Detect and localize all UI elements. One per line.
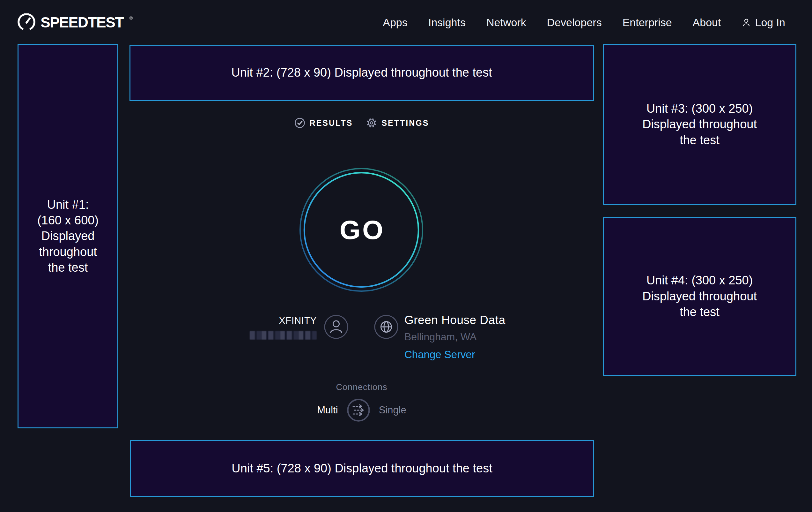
server-location: Bellingham, WA [404, 331, 505, 343]
logo-wordmark: SPEEDTEST [40, 14, 123, 31]
ad-unit-1-line: throughout [39, 244, 97, 260]
ad-unit-3-line: Displayed throughout [642, 116, 757, 132]
ad-unit-3[interactable]: Unit #3: (300 x 250) Displayed throughou… [603, 44, 796, 205]
ad-unit-4-line: Displayed throughout [642, 289, 757, 304]
change-server-link[interactable]: Change Server [404, 349, 505, 361]
ad-unit-3-line: the test [679, 132, 720, 148]
isp-block: XFINITY [247, 315, 317, 340]
ad-unit-4[interactable]: Unit #4: (300 x 250) Displayed throughou… [603, 217, 796, 376]
ad-unit-5-text: Unit #5: (728 x 90) Displayed throughout… [232, 461, 492, 476]
tab-settings-label: SETTINGS [381, 118, 429, 128]
nav-item-insights[interactable]: Insights [428, 16, 466, 29]
nav-item-developers[interactable]: Developers [547, 16, 602, 29]
connection-mode-toggle-icon[interactable] [346, 398, 371, 422]
login-label: Log In [755, 16, 785, 29]
ad-unit-4-line: Unit #4: (300 x 250) [646, 273, 753, 288]
connections-single-option[interactable]: Single [379, 404, 406, 416]
tab-results-label: RESULTS [310, 118, 353, 128]
gear-icon [366, 117, 377, 128]
check-circle-icon [294, 117, 305, 128]
isp-user-icon [324, 315, 349, 339]
nav-item-enterprise[interactable]: Enterprise [622, 16, 672, 29]
ad-unit-1-line: Unit #1: [47, 197, 89, 213]
trademark-symbol: ® [129, 15, 133, 21]
ad-unit-2[interactable]: Unit #2: (728 x 90) Displayed throughout… [129, 45, 594, 101]
tab-bar: RESULTS SETTINGS [129, 112, 594, 133]
speedtest-logo[interactable]: SPEEDTEST ® [18, 14, 133, 31]
ad-unit-5[interactable]: Unit #5: (728 x 90) Displayed throughout… [130, 440, 594, 497]
nav-item-apps[interactable]: Apps [383, 16, 408, 29]
isp-name: XFINITY [247, 315, 317, 326]
nav-item-about[interactable]: About [693, 16, 721, 29]
go-button[interactable]: GO [299, 168, 424, 292]
nav-item-network[interactable]: Network [486, 16, 526, 29]
speedometer-logo-icon [18, 14, 35, 31]
server-name: Green House Data [404, 313, 505, 327]
ad-unit-4-line: the test [679, 304, 720, 320]
connections-heading: Connections [129, 382, 594, 392]
ad-unit-1[interactable]: Unit #1: (160 x 600) Displayed throughou… [18, 44, 118, 428]
ad-unit-1-line: Displayed [41, 228, 95, 244]
connections-toggle-row: Multi Single [129, 398, 594, 422]
top-nav: SPEEDTEST ® Apps Insights Network Develo… [0, 0, 812, 45]
ad-unit-1-line: the test [48, 260, 88, 275]
globe-icon [374, 315, 399, 339]
tab-settings[interactable]: SETTINGS [366, 117, 429, 128]
main-nav: Apps Insights Network Developers Enterpr… [383, 16, 785, 29]
ad-unit-1-line: (160 x 600) [37, 213, 98, 228]
login-button[interactable]: Log In [742, 16, 785, 29]
ad-unit-3-line: Unit #3: (300 x 250) [646, 101, 753, 116]
tab-results[interactable]: RESULTS [294, 117, 353, 128]
user-icon [742, 18, 751, 27]
ad-unit-2-text: Unit #2: (728 x 90) Displayed throughout… [231, 65, 492, 80]
go-label: GO [299, 168, 424, 292]
masked-ip-address [250, 331, 317, 340]
server-block: Green House Data Bellingham, WA Change S… [404, 313, 505, 361]
connections-multi-option[interactable]: Multi [317, 404, 338, 416]
speedtest-page: SPEEDTEST ® Apps Insights Network Develo… [0, 0, 812, 512]
